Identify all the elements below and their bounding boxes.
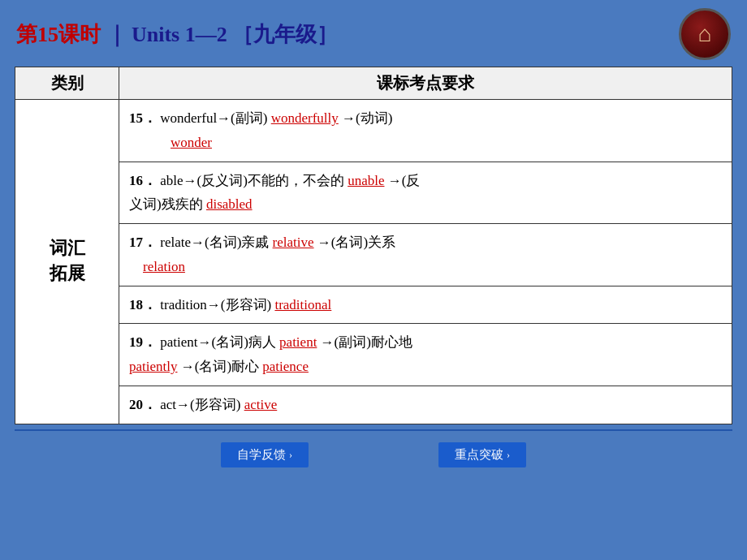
row20-answer1: active [244, 397, 278, 412]
row-18: 18． tradition→(形容词) traditional [119, 286, 732, 324]
table-row: 18． tradition→(形容词) traditional [15, 286, 732, 324]
separator: ｜ [106, 23, 127, 46]
row17-indent [129, 259, 143, 274]
grade-text: ［九年级］ [232, 23, 338, 46]
footer: 自学反馈 › 重点突破 › [0, 442, 747, 467]
table-row: 20． act→(形容词) active [15, 386, 732, 424]
row-16: 16． able→(反义词)不能的，不会的 unable →(反 义词)残疾的 … [119, 162, 732, 224]
row-17: 17． relate→(名词)亲戚 relative →(名词)关系 relat… [119, 224, 732, 286]
num-19: 19． [129, 334, 157, 350]
row19-text3: →(名词)耐心 [177, 359, 262, 374]
row16-answer2: disabled [206, 196, 253, 212]
row19-answer1: patient [279, 334, 317, 350]
num-15: 15． [129, 110, 157, 126]
num-17: 17． [129, 235, 157, 250]
row18-text1: tradition→(形容词) [160, 297, 274, 312]
col2-header: 课标考点要求 [119, 67, 732, 100]
row19-answer2: patiently [129, 359, 177, 374]
home-icon[interactable]: ⌂ [679, 8, 731, 60]
table-row: 词汇拓展 15． wonderful→(副词) wonderfully →(动词… [15, 100, 732, 162]
category-cell: 词汇拓展 [15, 100, 119, 424]
btn2-chevron: › [507, 449, 510, 461]
page: 第15课时 ｜ Units 1—2 ［九年级］ ⌂ 类别 课标考点要求 [0, 0, 747, 560]
row15-indent [129, 135, 171, 150]
num-16: 16． [129, 173, 157, 188]
lesson-label: 第15课时 [16, 23, 101, 46]
row20-text1: act→(形容词) [160, 397, 244, 412]
row17-text1: relate→(名词)亲戚 [160, 235, 272, 250]
table-row: 19． patient→(名词)病人 patient →(副词)耐心地 pati… [15, 324, 732, 386]
header: 第15课时 ｜ Units 1—2 ［九年级］ ⌂ [0, 0, 747, 67]
row15-answer2: wonder [171, 135, 212, 150]
row16-text3: 义词)残疾的 [129, 196, 206, 212]
btn1-chevron: › [289, 449, 292, 461]
row16-text2: →(反 [384, 173, 420, 188]
content-area: 类别 课标考点要求 词汇拓展 15． wonderful→(副词) wonder… [15, 67, 732, 424]
row16-answer1: unable [348, 173, 384, 188]
footer-divider [15, 429, 732, 431]
row17-answer1: relative [273, 235, 314, 250]
btn1-label: 自学反馈 [237, 447, 286, 463]
main-table: 类别 课标考点要求 词汇拓展 15． wonderful→(副词) wonder… [15, 67, 732, 424]
table-row: 16． able→(反义词)不能的，不会的 unable →(反 义词)残疾的 … [15, 162, 732, 224]
btn2-label: 重点突破 [455, 447, 503, 463]
row15-text2: →(动词) [339, 110, 393, 126]
num-20: 20． [129, 397, 157, 412]
units-text: Units 1—2 [132, 23, 227, 46]
self-study-button[interactable]: 自学反馈 › [221, 442, 309, 467]
row18-answer1: traditional [274, 297, 331, 312]
table-row: 17． relate→(名词)亲戚 relative →(名词)关系 relat… [15, 224, 732, 286]
row17-answer2: relation [143, 259, 185, 274]
col2-header-bold: 考点要求 [409, 74, 474, 92]
row-15: 15． wonderful→(副词) wonderfully →(动词) won… [119, 100, 732, 162]
home-symbol: ⌂ [698, 21, 712, 47]
row19-text2: →(副词)耐心地 [317, 334, 412, 350]
row15-answer1: wonderfully [271, 110, 339, 126]
key-points-button[interactable]: 重点突破 › [438, 442, 526, 467]
row15-text1: wonderful→(副词) [160, 110, 270, 126]
col2-header-prefix: 课标 [377, 74, 409, 92]
num-18: 18． [129, 297, 157, 312]
row19-text1: patient→(名词)病人 [160, 334, 279, 350]
row19-answer3: patience [262, 359, 309, 374]
page-title: 第15课时 ｜ Units 1—2 ［九年级］ [16, 20, 338, 49]
row-20: 20． act→(形容词) active [119, 386, 732, 424]
row17-text2: →(名词)关系 [314, 235, 396, 250]
col1-header: 类别 [15, 67, 119, 100]
row16-text1: able→(反义词)不能的，不会的 [160, 173, 348, 188]
row-19: 19． patient→(名词)病人 patient →(副词)耐心地 pati… [119, 324, 732, 386]
